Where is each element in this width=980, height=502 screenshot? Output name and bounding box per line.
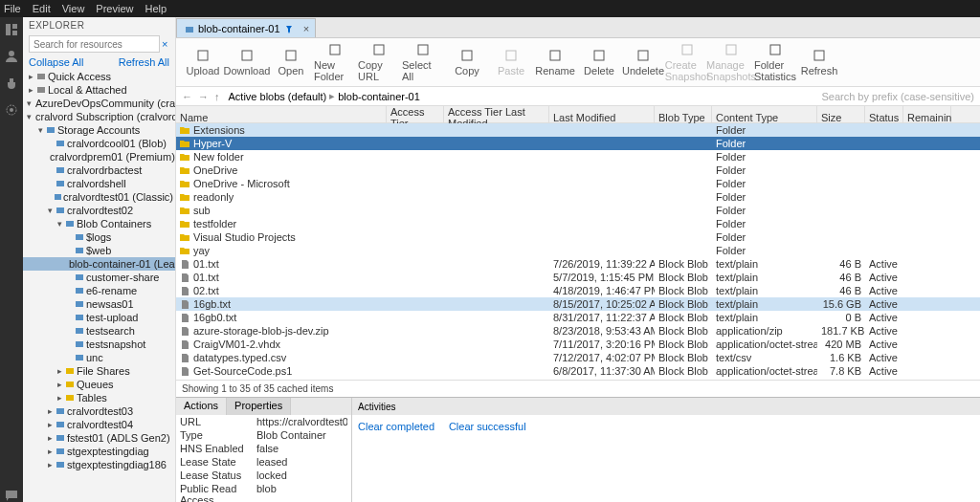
toolbar-label: Rename (535, 65, 575, 76)
tree-item[interactable]: ▾Storage Accounts (23, 123, 175, 137)
menu-edit[interactable]: Edit (33, 3, 51, 14)
undelete-button[interactable]: Undelete (622, 48, 664, 76)
close-tab-icon[interactable]: × (303, 23, 309, 34)
table-row[interactable]: CraigVM01-2.vhdx7/11/2017, 3:20:16 PMBlo… (176, 338, 980, 351)
table-row[interactable]: OneDriveFolder (176, 164, 980, 177)
tree-item[interactable]: ▸cralvordtest03 (23, 404, 175, 418)
row-name: Extensions (193, 124, 245, 136)
table-row[interactable]: 02.txt4/18/2019, 1:46:47 PMBlock Blobtex… (176, 284, 980, 297)
tree-item[interactable]: ▸stgexptestingdiag (23, 445, 175, 458)
refresh-button[interactable]: Refresh (798, 48, 840, 76)
tree-item[interactable]: ▾AzureDevOpsCommunity (cralvord@microso (23, 97, 175, 110)
clear-search-icon[interactable]: × (162, 38, 167, 50)
table-row[interactable]: readonlyFolder (176, 190, 980, 204)
table-row[interactable]: datatypes.typed.csv7/12/2017, 4:02:07 PM… (176, 351, 980, 364)
account-icon[interactable] (5, 50, 18, 63)
tree-item[interactable]: cralvordcool01 (Blob) (23, 137, 175, 150)
table-row[interactable]: New folderFolder (176, 150, 980, 164)
refresh-all-link[interactable]: Refresh All (119, 56, 169, 68)
explorer-icon[interactable] (5, 23, 18, 36)
tree-item[interactable]: ▾cralvordtest02 (23, 204, 175, 217)
table-row[interactable]: OneDrive - MicrosoftFolder (176, 177, 980, 190)
table-row[interactable]: Hyper-VFolder (176, 137, 980, 150)
clear-completed-link[interactable]: Clear completed (358, 421, 434, 432)
plug-icon[interactable] (5, 76, 18, 90)
tree-item[interactable]: newsas01 (23, 297, 175, 311)
tree-item[interactable]: ▸Tables (23, 391, 175, 404)
breadcrumb-current[interactable]: blob-container-01 (338, 91, 420, 102)
download-button[interactable]: Download (226, 48, 268, 76)
feedback-icon[interactable] (5, 489, 18, 502)
table-row[interactable]: Visual Studio ProjectsFolder (176, 230, 980, 244)
pin-icon[interactable] (284, 24, 294, 33)
toolbar-label: Download (224, 65, 271, 76)
tree-item[interactable]: ▸fstest01 (ADLS Gen2) (23, 431, 175, 445)
tree-item[interactable]: testsearch (23, 324, 175, 338)
tree-item[interactable]: cralvordprem01 (Premium) (23, 150, 175, 164)
open-button[interactable]: Open (270, 48, 312, 76)
tree-item[interactable]: cralvordtest01 (Classic) (23, 190, 175, 204)
menu-help[interactable]: Help (145, 3, 167, 14)
rename-button[interactable]: Rename (534, 48, 576, 76)
new-folder-button[interactable]: New Folder (314, 42, 356, 82)
tab-properties[interactable]: Properties (227, 398, 291, 415)
row-contenttype: text/csv (712, 352, 817, 363)
table-row[interactable]: ExtensionsFolder (176, 123, 980, 137)
search-input[interactable] (29, 35, 160, 53)
copy-url-button[interactable]: Copy URL (358, 42, 400, 82)
table-row[interactable]: 16gb0.txt8/31/2017, 11:22:37 AMBlock Blo… (176, 311, 980, 324)
tree-item[interactable]: unc (23, 351, 175, 364)
folder-icon (180, 206, 189, 215)
upload-button[interactable]: Upload (182, 48, 224, 76)
table-row[interactable]: subFolder (176, 204, 980, 217)
tab-actions[interactable]: Actions (176, 398, 227, 415)
prefix-search[interactable]: Search by prefix (case-sensitive) (821, 91, 974, 102)
table-row[interactable]: testfolderFolder (176, 217, 980, 230)
tree-item[interactable]: $logs (23, 230, 175, 244)
tree-item[interactable]: cralvordrbactest (23, 164, 175, 177)
collapse-all-link[interactable]: Collapse All (29, 56, 83, 68)
table-row[interactable]: 01.txt7/26/2019, 11:39:22 AMBlock Blobte… (176, 257, 980, 271)
tree-item[interactable]: blob-container-01 (Leased) (23, 257, 175, 271)
tree-item[interactable]: ▸Queues (23, 378, 175, 391)
tree-item[interactable]: $web (23, 244, 175, 257)
tree-item[interactable]: ▸Quick Access (23, 70, 175, 83)
tree-item[interactable]: testsnapshot (23, 338, 175, 351)
menu-file[interactable]: File (4, 3, 21, 14)
tab-blob-container[interactable]: blob-container-01 × (176, 18, 316, 37)
table-row[interactable]: 16gb.txt8/15/2017, 10:25:02 AMBlock Blob… (176, 297, 980, 311)
breadcrumb-active-blobs[interactable]: Active blobs (default) (229, 91, 327, 102)
table-row[interactable]: Get-SourceCode.ps16/8/2017, 11:37:30 AMB… (176, 364, 980, 378)
tree-item[interactable]: test-upload (23, 311, 175, 324)
select-all-button[interactable]: Select All (402, 42, 444, 82)
svg-rect-26 (76, 328, 83, 334)
table-row[interactable]: yayFolder (176, 244, 980, 257)
table-row[interactable]: 01.txt5/7/2019, 1:15:45 PMBlock Blobtext… (176, 271, 980, 284)
tree-item[interactable]: cralvordshell (23, 177, 175, 190)
tree-item[interactable]: ▸cralvordtest04 (23, 418, 175, 431)
row-name: OneDrive (193, 164, 237, 176)
tree-item[interactable]: ▾Blob Containers (23, 217, 175, 230)
tree-item[interactable]: ▸File Shares (23, 364, 175, 378)
settings-icon[interactable] (5, 103, 18, 117)
explorer-panel: EXPLORER × Collapse All Refresh All ▸Qui… (23, 17, 176, 502)
menu-view[interactable]: View (62, 3, 85, 14)
folder-stats-button[interactable]: Folder Statistics (754, 42, 796, 82)
tree-item[interactable]: ▸stgexptestingdiag186 (23, 458, 175, 471)
folder-icon (180, 139, 189, 148)
tree-item[interactable]: ▾cralvord Subscription (cralvord@microso… (23, 110, 175, 123)
row-status: Active (865, 365, 903, 377)
delete-button[interactable]: Delete (578, 48, 620, 76)
svg-rect-19 (76, 234, 83, 240)
nav-back-icon[interactable]: ← (182, 91, 192, 102)
tree-item[interactable]: e6-rename (23, 284, 175, 297)
tree-item[interactable]: customer-share (23, 271, 175, 284)
table-row[interactable]: azure-storage-blob-js-dev.zip8/23/2018, … (176, 324, 980, 338)
nav-up-icon[interactable]: ↑ (214, 91, 220, 102)
copy-button[interactable]: Copy (446, 48, 488, 76)
nav-fwd-icon[interactable]: → (198, 91, 209, 102)
menu-preview[interactable]: Preview (96, 3, 133, 14)
tree-label: stgexptestingdiag (67, 446, 149, 457)
clear-successful-link[interactable]: Clear successful (449, 421, 526, 432)
tree-item[interactable]: ▸Local & Attached (23, 83, 175, 97)
